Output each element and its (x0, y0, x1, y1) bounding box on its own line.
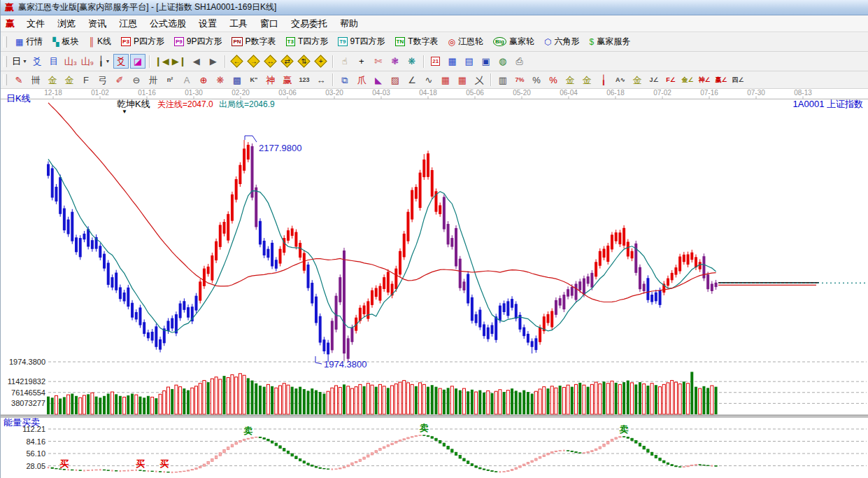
fit-all-button[interactable]: + (313, 54, 329, 69)
menu-item-4[interactable]: 公式选股 (143, 16, 192, 31)
print-button[interactable]: ⎙ (512, 54, 527, 69)
profile-toggle-button[interactable]: ◪ (130, 54, 145, 69)
gold-grid-b-button[interactable]: 金 (62, 73, 77, 87)
jump-start-button[interactable]: ❙◀ (154, 54, 170, 69)
angle-mirror-button[interactable]: A (179, 73, 194, 87)
target-red-button[interactable]: ⊕ (196, 73, 211, 87)
box-region-button[interactable]: ⧉ (337, 73, 353, 87)
mini-bars-3-button[interactable]: 山₃ (63, 54, 78, 69)
menu-item-1[interactable]: 浏览 (51, 16, 82, 31)
menu-item-7[interactable]: 窗口 (254, 16, 285, 31)
expand-vertical-button[interactable]: ⇅ (297, 54, 312, 69)
angle-j-button[interactable]: J∠ (646, 73, 662, 87)
fan-purple-button[interactable]: ◣ (371, 73, 386, 87)
gann-wheel-button[interactable]: ◎江恩轮 (443, 34, 488, 50)
hash-ticks-button[interactable]: 卅 (145, 73, 161, 87)
gold-circle-button[interactable]: 金 (562, 73, 578, 87)
f-grid-button[interactable]: F (78, 73, 94, 87)
gold-level-2-button[interactable]: 金 (629, 73, 645, 87)
draw-brush-button[interactable]: ✎ (11, 73, 27, 87)
red-grid-a-button[interactable]: ▦ (438, 73, 453, 87)
save-button[interactable]: ▣ (478, 54, 494, 69)
scale-bars-button[interactable]: ▥ (495, 73, 511, 87)
mini-bars-9-button[interactable]: 山₉ (80, 54, 95, 69)
web-round-button[interactable]: ❋ (213, 73, 228, 87)
p-number-table-button[interactable]: PNP数字表 (227, 34, 280, 50)
candle-style-dropdown-button[interactable]: ╽▼ (97, 54, 112, 69)
spiral-button[interactable]: 弓 (95, 73, 111, 87)
menu-item-5[interactable]: 设置 (192, 16, 223, 31)
menu-item-2[interactable]: 资讯 (82, 16, 113, 31)
angle-shen-button[interactable]: 神∠ (697, 73, 712, 87)
candle-cut-button[interactable]: ╽ (596, 73, 611, 87)
toolbar-grip[interactable] (3, 74, 7, 85)
shift-right-button[interactable]: → (246, 54, 262, 69)
zoom-tool-button[interactable]: ✄ (371, 54, 386, 69)
k-marks-button[interactable]: K" (246, 73, 262, 87)
period-day-dropdown-button[interactable]: 日▼ (11, 54, 28, 69)
shen-grid-button[interactable]: 神 (263, 73, 278, 87)
grid-ticks-button[interactable]: 卌 (28, 73, 43, 87)
hatch-box-button[interactable]: ▨ (387, 73, 403, 87)
shift-left-button[interactable]: ← (229, 54, 245, 69)
calendar-button[interactable]: 21 (428, 54, 443, 69)
percent-red-button[interactable]: % (546, 73, 561, 87)
web-square-button[interactable]: ▩ (229, 73, 245, 87)
crosshair-button[interactable]: + (354, 54, 369, 69)
sectors-button[interactable]: ▚板块 (48, 34, 83, 50)
winner-wheel-button[interactable]: Big赢家轮 (488, 34, 539, 50)
main-chart-canvas[interactable]: 12-1801-0201-1601-3002-2003-0603-2004-03… (1, 89, 868, 478)
percent-button[interactable]: % (529, 73, 544, 87)
trend-pencil-button[interactable]: ∠ (404, 73, 420, 87)
circle-cross-button[interactable]: ⊖ (129, 73, 144, 87)
p9-square-button[interactable]: P99P四方形 (169, 34, 227, 50)
gold-level-button[interactable]: 金 (579, 73, 595, 87)
menu-item-0[interactable]: 文件 (20, 16, 51, 31)
diag-hatch-button[interactable]: 㐅 (471, 73, 487, 87)
export-button[interactable]: ◍ (495, 54, 511, 69)
info-panel-button[interactable]: 目 (46, 54, 62, 69)
t-number-table-button[interactable]: TNT数字表 (390, 34, 443, 50)
gann-tool-button[interactable]: ❃ (387, 54, 403, 69)
percent-7-button[interactable]: 7% (512, 73, 527, 87)
ying-grid-button[interactable]: 赢 (280, 73, 295, 87)
draw-knife-button[interactable]: ✐ (112, 73, 127, 87)
winner-service-button[interactable]: $赢家服务 (584, 34, 635, 50)
calculator-button[interactable]: ▦ (445, 54, 460, 69)
angle-four-button[interactable]: 四∠ (730, 73, 746, 87)
pan-hand-button[interactable]: ☝ (337, 54, 353, 69)
h-span-button[interactable]: ↔ (313, 73, 329, 87)
menu-item-3[interactable]: 江恩 (113, 16, 143, 31)
title-bar[interactable]: 赢 赢家江恩专业版[赢家内部服务平台] - [上证指数 SH1A0001-169… (1, 0, 868, 15)
step-forward-button[interactable]: ▶ (206, 54, 221, 69)
step-back-button[interactable]: ◀ (189, 54, 204, 69)
a-wave-button[interactable]: A∿ (613, 73, 628, 87)
qiankun-toggle-button[interactable]: 爻 (113, 54, 129, 69)
n-square-button[interactable]: n² (162, 73, 178, 87)
cycle-tool-button[interactable]: ❋ (404, 54, 420, 69)
hexagon-button[interactable]: ⬡六角形 (539, 34, 584, 50)
report-button[interactable]: ▤ (462, 54, 477, 69)
kline-view-button[interactable]: ║K线 (84, 34, 117, 50)
menu-item-8[interactable]: 交易委托 (285, 16, 334, 31)
angle-gold-button[interactable]: 金∠ (680, 73, 695, 87)
toolbar-grip[interactable] (3, 36, 7, 48)
angle-ying-button[interactable]: 赢∠ (713, 73, 729, 87)
p-square-button[interactable]: P3P四方形 (116, 34, 169, 50)
market-quotes-button[interactable]: ▦行情 (10, 34, 48, 50)
toolbar-grip[interactable] (3, 56, 7, 67)
wave-mark-button[interactable]: ∿ (421, 73, 436, 87)
pattern-window-button[interactable]: 爻 (29, 54, 45, 69)
red-grid-b-button[interactable]: ▦ (455, 73, 470, 87)
menu-item-9[interactable]: 帮助 (334, 16, 364, 31)
expand-horizontal-button[interactable]: ↔ (263, 54, 278, 69)
angle-f-button[interactable]: F∠ (663, 73, 678, 87)
t-square-button[interactable]: T3T四方形 (281, 34, 334, 50)
compress-horizontal-button[interactable]: ⇄ (280, 54, 295, 69)
gold-grid-a-button[interactable]: 金 (45, 73, 60, 87)
t9-square-button[interactable]: T99T四方形 (333, 34, 390, 50)
grid-123-button[interactable]: 123 (297, 73, 312, 87)
menu-item-6[interactable]: 工具 (223, 16, 254, 31)
jump-end-button[interactable]: ▶❙ (171, 54, 187, 69)
ray-fan-button[interactable]: 爪 (354, 73, 369, 87)
